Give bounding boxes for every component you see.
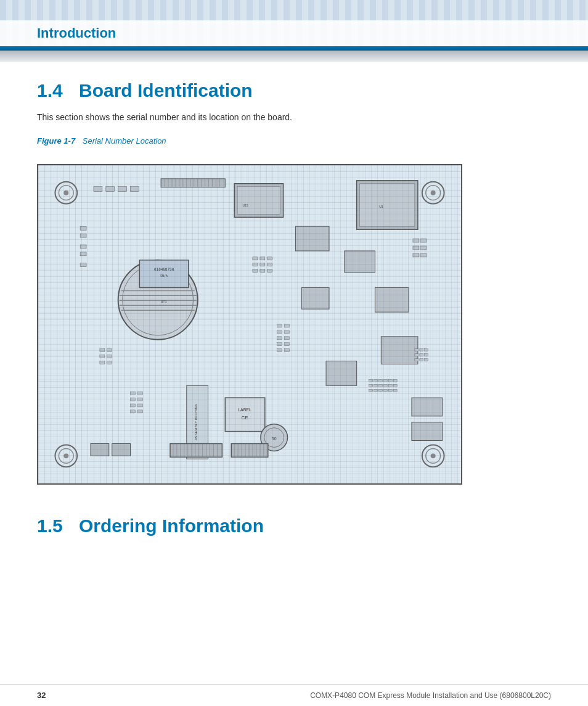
- svg-point-12: [63, 453, 68, 458]
- svg-rect-44: [170, 444, 222, 458]
- svg-rect-156: [425, 359, 428, 361]
- svg-rect-2: [39, 165, 461, 483]
- svg-rect-100: [378, 384, 382, 387]
- svg-text:LABEL: LABEL: [238, 408, 251, 412]
- svg-rect-148: [415, 349, 419, 351]
- svg-rect-86: [253, 263, 258, 266]
- svg-rect-76: [80, 263, 86, 267]
- svg-rect-135: [107, 361, 112, 364]
- svg-rect-138: [131, 398, 136, 401]
- section-14-title: Board Identification: [79, 80, 253, 101]
- blue-divider: [0, 46, 588, 51]
- svg-rect-99: [374, 384, 377, 387]
- svg-rect-26: [234, 184, 283, 218]
- svg-rect-147: [412, 422, 443, 441]
- svg-rect-35: [326, 361, 357, 386]
- svg-point-42: [264, 428, 284, 448]
- footer-document-title: COMX-P4080 COM Express Module Installati…: [310, 691, 551, 700]
- svg-rect-139: [137, 398, 142, 401]
- svg-rect-79: [413, 246, 419, 250]
- svg-rect-36: [225, 398, 265, 432]
- svg-rect-77: [413, 239, 419, 242]
- svg-text:CE: CE: [242, 415, 248, 421]
- svg-rect-165: [277, 349, 282, 352]
- section-15-number: 1.5: [37, 515, 68, 536]
- svg-rect-105: [374, 389, 377, 392]
- svg-text:BT1: BT1: [161, 300, 167, 303]
- figure-number: Figure 1-7: [37, 136, 75, 146]
- section-14-heading: 1.4 Board Identification: [37, 80, 551, 101]
- svg-point-14: [426, 448, 441, 463]
- svg-rect-95: [383, 379, 387, 382]
- svg-rect-141: [137, 404, 142, 407]
- svg-rect-113: [161, 179, 225, 187]
- svg-point-8: [426, 186, 441, 200]
- svg-rect-96: [388, 379, 392, 382]
- svg-rect-144: [91, 444, 109, 456]
- svg-rect-109: [393, 389, 397, 392]
- svg-rect-32: [301, 287, 329, 309]
- svg-text:01046875H: 01046875H: [154, 267, 174, 271]
- svg-rect-149: [420, 349, 423, 351]
- svg-rect-73: [80, 234, 86, 237]
- svg-point-4: [55, 182, 77, 204]
- svg-rect-91: [267, 269, 272, 273]
- svg-text:50: 50: [272, 437, 277, 441]
- svg-point-15: [431, 453, 436, 458]
- svg-rect-143: [137, 410, 142, 413]
- svg-rect-74: [80, 245, 86, 248]
- svg-rect-166: [285, 349, 290, 352]
- svg-rect-93: [374, 379, 377, 382]
- svg-rect-39: [187, 385, 208, 459]
- svg-rect-34: [381, 337, 418, 364]
- svg-rect-75: [80, 252, 86, 256]
- svg-point-16: [118, 260, 198, 340]
- main-content: 1.4 Board Identification This section sh…: [0, 62, 588, 565]
- svg-rect-104: [369, 389, 373, 392]
- svg-rect-107: [383, 389, 387, 392]
- svg-rect-72: [80, 226, 86, 230]
- section-14-description: This section shows the serial number and…: [37, 111, 551, 124]
- svg-point-41: [261, 424, 288, 451]
- svg-point-17: [123, 265, 194, 335]
- figure-caption: Figure 1-7 Serial Number Location: [37, 136, 551, 146]
- svg-rect-101: [383, 384, 387, 387]
- svg-rect-130: [100, 349, 105, 352]
- svg-rect-153: [425, 354, 428, 356]
- figure-title: Serial Number Location: [83, 136, 166, 146]
- footer: 32 COMX-P4080 COM Express Module Install…: [0, 684, 588, 706]
- svg-rect-154: [415, 359, 419, 361]
- svg-rect-134: [100, 361, 105, 364]
- svg-rect-33: [375, 287, 409, 312]
- svg-text:U15: U15: [243, 204, 248, 207]
- svg-rect-92: [369, 379, 373, 382]
- svg-rect-108: [388, 389, 392, 392]
- svg-rect-28: [357, 181, 418, 229]
- svg-rect-164: [285, 343, 290, 346]
- svg-rect-31: [345, 251, 375, 273]
- svg-rect-160: [285, 330, 290, 334]
- svg-rect-29: [360, 184, 415, 226]
- svg-rect-68: [94, 187, 102, 192]
- svg-rect-90: [260, 269, 265, 273]
- svg-rect-157: [277, 324, 282, 327]
- svg-rect-70: [118, 187, 127, 192]
- svg-rect-159: [277, 330, 282, 334]
- svg-rect-132: [100, 355, 105, 358]
- svg-rect-80: [420, 246, 427, 250]
- svg-rect-94: [378, 379, 382, 382]
- svg-rect-85: [267, 257, 272, 260]
- svg-rect-155: [420, 359, 423, 361]
- svg-text:SN/A: SN/A: [160, 274, 168, 277]
- svg-rect-88: [267, 263, 272, 266]
- section-15: 1.5 Ordering Information: [37, 515, 551, 536]
- gray-band: [0, 51, 588, 62]
- svg-rect-161: [277, 337, 282, 340]
- svg-rect-30: [295, 226, 329, 251]
- header-pattern: Introduction: [0, 0, 588, 46]
- svg-rect-158: [285, 324, 290, 327]
- svg-text:ASSEMBLY IN CHINA: ASSEMBLY IN CHINA: [194, 404, 198, 440]
- svg-point-10: [55, 445, 77, 467]
- svg-rect-3: [39, 165, 461, 483]
- svg-rect-150: [425, 349, 428, 351]
